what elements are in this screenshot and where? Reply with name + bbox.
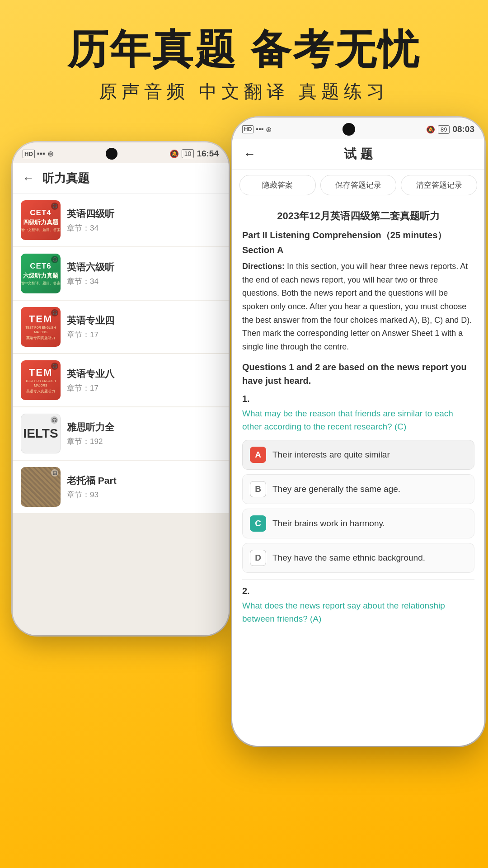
option-text-d: They have the same ethnic background.: [272, 553, 425, 563]
main-title: 历年真题 备考无忧: [18, 27, 470, 72]
signal-icon: ▪▪▪: [37, 149, 45, 158]
questions-header: Questions 1 and 2 are based on the news …: [242, 360, 474, 387]
ielts-cover: IELTS 🎧: [21, 414, 61, 453]
option-a[interactable]: A Their interests are quite similar: [242, 440, 474, 470]
question-2: 2. What does the news report say about t…: [242, 586, 474, 626]
back-arrow-front-phone[interactable]: ←: [243, 147, 256, 161]
tem4-cover: TEM TEST FOR ENGLISHMAJORS 英语专四真题听力 🎧: [21, 307, 61, 347]
book-name: 英语六级听: [67, 261, 114, 274]
silent-icon-back: 🔕: [169, 149, 179, 159]
option-text-b: They are generally the same age.: [272, 484, 400, 494]
silent-icon-front: 🔕: [426, 125, 435, 134]
toefl-info: 老托福 Part 章节：93: [67, 474, 117, 500]
back-phone-status-bar: HD ▪▪▪ ⊛ 🔕 10 16:54: [13, 142, 229, 163]
directions-bold: Directions:: [242, 262, 285, 271]
book-list: CET4 四级听力真题 附中文翻译、题目、答案 🎧 英语四级听 章节：34 CE…: [13, 194, 229, 635]
question-2-text: What does the news report say about the …: [242, 599, 474, 626]
option-b[interactable]: B They are generally the same age.: [242, 474, 474, 504]
exam-content: 2023年12月英语四级第二套真题听力 Part II Listening Co…: [232, 201, 484, 634]
book-chapters: 章节：17: [67, 383, 114, 393]
book-name: 英语专业八: [67, 368, 114, 380]
battery-back: 10: [182, 149, 194, 158]
question-1-text: What may be the reason that friends are …: [242, 407, 474, 434]
cet4-cover: CET4 四级听力真题 附中文翻译、题目、答案 🎧: [21, 200, 61, 240]
toefl-cover: 🎧: [21, 467, 61, 507]
exam-title: 2023年12月英语四级第二套真题听力: [242, 209, 474, 223]
tem4-info: 英语专业四 章节：17: [67, 314, 114, 340]
status-hd-front: HD: [242, 125, 253, 133]
option-badge-b: B: [250, 481, 266, 497]
list-item[interactable]: TEM TEST FOR ENGLISHMAJORS 英语专八真题听力 🎧 英语…: [13, 354, 229, 406]
option-badge-a: A: [250, 447, 266, 463]
section-title: Section A: [242, 245, 474, 255]
front-phone-status-bar: HD ▪▪▪ ⊛ 🔕 89 08:03: [232, 118, 484, 139]
option-badge-d: D: [250, 550, 266, 566]
back-phone-nav: ← 听力真题: [13, 163, 229, 194]
option-text-a: Their interests are quite similar: [272, 450, 390, 460]
book-name: 雅思听力全: [67, 421, 114, 434]
hide-answers-button[interactable]: 隐藏答案: [239, 175, 316, 195]
camera-notch-front: [343, 123, 355, 136]
signal-front: ▪▪▪: [256, 125, 263, 133]
list-item[interactable]: TEM TEST FOR ENGLISHMAJORS 英语专四真题听力 🎧 英语…: [13, 301, 229, 353]
option-badge-c: C: [250, 515, 266, 532]
wifi-icon: ⊛: [47, 149, 54, 159]
option-text-c: Their brains work in harmony.: [272, 519, 385, 528]
book-chapters: 章节：34: [67, 276, 114, 287]
phones-container: HD ▪▪▪ ⊛ 🔕 10 16:54 ← 听力真题: [0, 118, 488, 859]
ielts-info: 雅思听力全 章节：192: [67, 421, 114, 447]
battery-front: 89: [438, 125, 450, 134]
back-arrow-back-phone[interactable]: ←: [23, 171, 34, 185]
save-records-button[interactable]: 保存答题记录: [320, 175, 397, 195]
sub-title: 原声音频 中文翻译 真题练习: [18, 79, 470, 104]
back-phone-page-title: 听力真题: [42, 170, 89, 186]
wifi-front: ⊛: [266, 125, 272, 134]
front-phone-page-title: 试 题: [344, 146, 373, 163]
divider: [242, 579, 474, 580]
front-phone-nav: ← 试 题: [232, 139, 484, 170]
status-hd-icon: HD: [23, 150, 35, 158]
part-title: Part II Listening Comprehension（25 minut…: [242, 229, 474, 241]
book-chapters: 章节：17: [67, 330, 114, 340]
book-name: 老托福 Part: [67, 474, 117, 487]
option-c[interactable]: C Their brains work in harmony.: [242, 509, 474, 538]
list-item[interactable]: CET6 六级听力真题 附中文翻译、题目、答案 🎧 英语六级听 章节：34: [13, 247, 229, 300]
clear-records-button[interactable]: 清空答题记录: [401, 175, 477, 195]
action-bar: 隐藏答案 保存答题记录 清空答题记录: [232, 170, 484, 201]
option-d[interactable]: D They have the same ethnic background.: [242, 543, 474, 573]
list-item[interactable]: IELTS 🎧 雅思听力全 章节：192: [13, 407, 229, 460]
directions: Directions: In this section, you will he…: [242, 260, 474, 354]
book-chapters: 章节：34: [67, 223, 114, 233]
cet4-info: 英语四级听 章节：34: [67, 208, 114, 233]
cet6-info: 英语六级听 章节：34: [67, 261, 114, 287]
time-front: 08:03: [452, 124, 474, 134]
phone-front: HD ▪▪▪ ⊛ 🔕 89 08:03 ← 试 题 隐藏答案: [232, 118, 484, 746]
question-2-number: 2.: [242, 586, 474, 596]
tem8-info: 英语专业八 章节：17: [67, 368, 114, 393]
book-name: 英语四级听: [67, 208, 114, 220]
phone-back: HD ▪▪▪ ⊛ 🔕 10 16:54 ← 听力真题: [13, 142, 229, 635]
book-name: 英语专业四: [67, 314, 114, 327]
tem8-cover: TEM TEST FOR ENGLISHMAJORS 英语专八真题听力 🎧: [21, 360, 61, 400]
question-1-number: 1.: [242, 394, 474, 404]
app-header: 历年真题 备考无忧 原声音频 中文翻译 真题练习: [0, 0, 488, 118]
time-back: 16:54: [197, 149, 219, 159]
camera-notch-back: [106, 148, 117, 160]
book-chapters: 章节：192: [67, 436, 114, 447]
book-chapters: 章节：93: [67, 490, 117, 500]
list-item[interactable]: CET4 四级听力真题 附中文翻译、题目、答案 🎧 英语四级听 章节：34: [13, 194, 229, 246]
directions-text: In this section, you will hear three new…: [242, 262, 472, 351]
app-background: 历年真题 备考无忧 原声音频 中文翻译 真题练习 HD ▪▪▪ ⊛ 🔕 10 1…: [0, 0, 488, 868]
cet6-cover: CET6 六级听力真题 附中文翻译、题目、答案 🎧: [21, 254, 61, 293]
list-item[interactable]: 🎧 老托福 Part 章节：93: [13, 461, 229, 513]
